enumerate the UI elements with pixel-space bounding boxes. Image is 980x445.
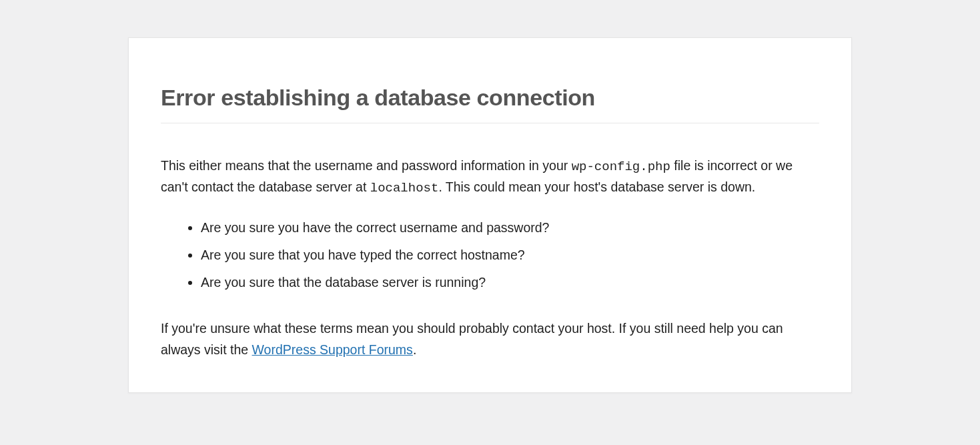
list-item: Are you sure that you have typed the cor… xyxy=(201,245,819,266)
error-container: Error establishing a database connection… xyxy=(128,37,852,393)
intro-text-3: . This could mean your host's database s… xyxy=(438,179,755,194)
error-outro: If you're unsure what these terms mean y… xyxy=(161,318,819,360)
wp-config-code: wp-config.php xyxy=(572,159,670,174)
error-checklist: Are you sure you have the correct userna… xyxy=(161,217,819,294)
error-title: Error establishing a database connection xyxy=(161,51,819,123)
error-intro: This either means that the username and … xyxy=(161,155,819,199)
localhost-code: localhost xyxy=(370,181,439,195)
intro-text-1: This either means that the username and … xyxy=(161,158,572,173)
list-item: Are you sure you have the correct userna… xyxy=(201,217,819,238)
support-forums-link[interactable]: WordPress Support Forums xyxy=(252,342,413,357)
outro-text-2: . xyxy=(413,342,416,357)
list-item: Are you sure that the database server is… xyxy=(201,272,819,293)
